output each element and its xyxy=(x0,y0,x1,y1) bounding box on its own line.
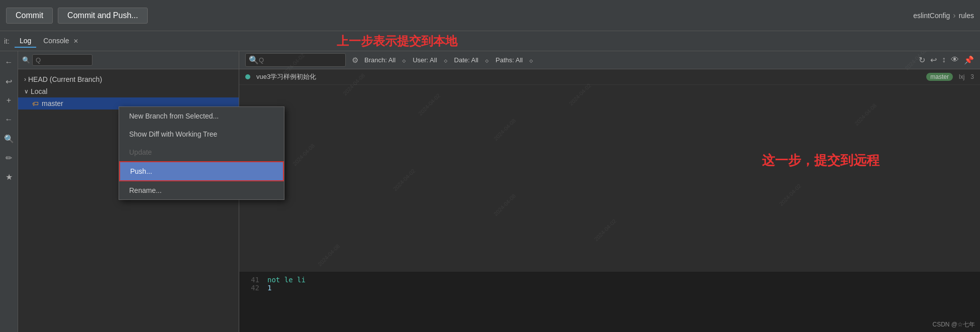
log-search[interactable]: 🔍 xyxy=(245,53,346,67)
commit-push-button[interactable]: Commit and Push... xyxy=(58,8,148,24)
tab-log[interactable]: Log xyxy=(15,35,36,48)
sidebar-icon-edit[interactable]: ✏ xyxy=(2,151,16,165)
log-search-input[interactable] xyxy=(259,56,339,64)
main-layout: ← ↩ + ← 🔍 ✏ ★ 🔍 › HEAD (Current Branch) … xyxy=(0,51,980,332)
line-content-42: 1 xyxy=(267,284,271,292)
log-icons: ↻ ↩ ↕ 👁 📌 xyxy=(919,55,974,65)
search-icon-small: 🔍 xyxy=(22,56,30,64)
right-panel: 🔍 ⚙ Branch: All ⬦ User: All ⬦ Date: All … xyxy=(239,51,980,332)
left-panel: 🔍 › HEAD (Current Branch) ∨ Local 🏷 mast… xyxy=(18,51,239,332)
log-hash: 3 xyxy=(970,73,974,80)
menu-item-push[interactable]: Push... xyxy=(119,161,284,181)
top-bar: Commit Commit and Push... eslintConfig ›… xyxy=(0,0,980,31)
log-branch-tag: master xyxy=(926,73,953,81)
menu-item-rename[interactable]: Rename... xyxy=(119,181,284,199)
line-num-42: 42 xyxy=(247,284,259,292)
code-line-42: 42 1 xyxy=(247,284,972,292)
tabs-prefix: it: xyxy=(4,37,10,45)
master-label: master xyxy=(42,99,63,107)
tree-item-local[interactable]: ∨ Local xyxy=(18,85,239,97)
tree-arrow-head: › xyxy=(24,76,26,83)
log-dot xyxy=(245,74,250,79)
sidebar-icon-left[interactable]: ← xyxy=(2,113,16,127)
breadcrumb-rules: rules xyxy=(959,12,974,20)
menu-item-update: Update xyxy=(119,143,284,161)
tree-arrow-local: ∨ xyxy=(24,88,29,95)
branch-search-input[interactable] xyxy=(32,54,92,66)
pin-icon[interactable]: 📌 xyxy=(964,55,974,65)
left-sidebar: ← ↩ + ← 🔍 ✏ ★ xyxy=(0,51,18,332)
menu-item-show-diff[interactable]: Show Diff with Working Tree xyxy=(119,125,284,143)
date-filter[interactable]: Date: All xyxy=(454,56,478,64)
context-menu: New Branch from Selected... Show Diff wi… xyxy=(119,106,284,200)
tab-console[interactable]: Console ✕ xyxy=(38,35,83,48)
code-area: 41 not le li 42 1 xyxy=(239,272,980,332)
log-row[interactable]: vue3学习样例初始化 master lxj 3 xyxy=(239,69,980,85)
sort-icon[interactable]: ↕ xyxy=(942,55,946,65)
tree-item-head[interactable]: › HEAD (Current Branch) xyxy=(18,73,239,85)
search-row: 🔍 xyxy=(18,51,239,69)
csdn-watermark: CSDN @☆七年 xyxy=(932,320,975,329)
local-label: Local xyxy=(31,87,47,95)
line-content-41: not le li xyxy=(267,276,306,284)
annotation-local: 上一步表示提交到本地 xyxy=(337,33,457,49)
head-label: HEAD (Current Branch) xyxy=(28,75,102,83)
user-filter[interactable]: User: All xyxy=(413,56,437,64)
sidebar-icon-add[interactable]: + xyxy=(2,93,16,107)
breadcrumb-eslint: eslintConfig xyxy=(913,12,950,20)
refresh-icon[interactable]: ↻ xyxy=(919,55,925,65)
sidebar-icon-search[interactable]: 🔍 xyxy=(2,132,16,146)
code-line-41: 41 not le li xyxy=(247,276,972,284)
log-search-icon: 🔍 xyxy=(249,55,259,65)
branch-filter[interactable]: Branch: All xyxy=(364,56,396,64)
back-icon[interactable]: ↩ xyxy=(930,55,937,65)
breadcrumb-separator: › xyxy=(953,11,955,20)
tabs-bar: it: Log Console ✕ 上一步表示提交到本地 xyxy=(0,31,980,51)
log-message: vue3学习样例初始化 xyxy=(256,72,920,81)
gear-icon[interactable]: ⚙ xyxy=(352,56,358,65)
line-num-41: 41 xyxy=(247,276,259,284)
log-user: lxj xyxy=(959,73,964,80)
eye-icon[interactable]: 👁 xyxy=(951,55,959,65)
menu-item-new-branch[interactable]: New Branch from Selected... xyxy=(119,107,284,125)
tab-console-close[interactable]: ✕ xyxy=(73,38,78,45)
log-table: vue3学习样例初始化 master lxj 3 xyxy=(239,69,980,272)
sidebar-icon-back[interactable]: ← xyxy=(2,55,16,69)
commit-button[interactable]: Commit xyxy=(6,8,53,24)
tag-icon-master: 🏷 xyxy=(32,100,39,107)
paths-filter[interactable]: Paths: All xyxy=(496,56,523,64)
sidebar-icon-star[interactable]: ★ xyxy=(2,170,16,184)
log-toolbar: 🔍 ⚙ Branch: All ⬦ User: All ⬦ Date: All … xyxy=(239,51,980,69)
sidebar-icon-undo[interactable]: ↩ xyxy=(2,74,16,88)
